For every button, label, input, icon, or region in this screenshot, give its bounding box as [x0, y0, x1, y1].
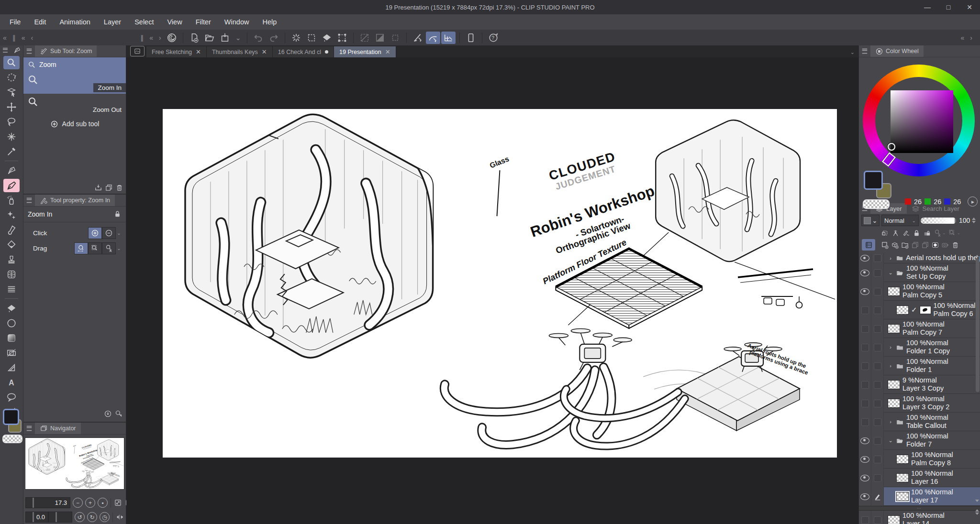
- layer-row-layer-17[interactable]: 100 %NormalLayer 17: [859, 487, 980, 506]
- sub-tool-item-zoom-out[interactable]: Zoom Out: [23, 94, 126, 116]
- menu-file[interactable]: File: [3, 14, 27, 30]
- layer-panel-splitter[interactable]: ⋯: [859, 506, 980, 511]
- collapse-right[interactable]: «: [958, 34, 968, 42]
- move-tool[interactable]: [3, 100, 20, 114]
- layer-thumbnail[interactable]: [896, 473, 909, 482]
- doc-tab-16-check-and-cl[interactable]: 16 Check And cl: [273, 46, 334, 57]
- expand-closed-icon[interactable]: ›: [888, 255, 893, 261]
- layer-thumbnail[interactable]: [888, 515, 900, 524]
- companion-mode-button[interactable]: [464, 32, 478, 44]
- layer-visible-eye-icon[interactable]: [860, 493, 869, 500]
- zoom-in-click-button[interactable]: [88, 227, 102, 239]
- layer-row-aerial-roots-hold-up-the-p[interactable]: ›Aerial roots hold up the p: [859, 253, 980, 263]
- toolbar-handle[interactable]: ∥: [137, 34, 146, 42]
- layer-row-palm-copy-6[interactable]: ✓100 %NormalPalm Copy 6: [859, 301, 980, 319]
- layer-select-checkbox[interactable]: [874, 456, 881, 463]
- scroll-down-icon[interactable]: [975, 513, 979, 515]
- layer-visible-eye-icon[interactable]: [860, 437, 869, 444]
- layer-visibility-toggle[interactable]: [861, 325, 869, 333]
- lock-icon[interactable]: [113, 210, 122, 218]
- select-area-button[interactable]: [304, 32, 319, 44]
- foreground-color-swatch[interactable]: [864, 171, 883, 190]
- zoom-out-click-button[interactable]: [102, 227, 116, 239]
- combine-layer-button[interactable]: [921, 241, 929, 249]
- layer-row-layer-14[interactable]: 100 %NormalLayer 14: [859, 511, 980, 524]
- layer-row-folder-1-copy[interactable]: ›100 %NormalFolder 1 Copy: [859, 338, 980, 357]
- layer-row-layer-3-copy[interactable]: 9 %NormalLayer 3 Copy: [859, 375, 980, 394]
- menu-view[interactable]: View: [160, 14, 189, 30]
- ruler-range-icon[interactable]: [948, 229, 957, 237]
- panel-menu-icon[interactable]: [23, 425, 35, 432]
- sub-tool-group-zoom[interactable]: Zoom: [23, 57, 126, 72]
- layer-visible-eye-icon[interactable]: [860, 456, 869, 463]
- snap-to-ruler-button[interactable]: [411, 32, 425, 44]
- toolbar-handle[interactable]: ∥: [10, 34, 19, 42]
- invert-selection-button[interactable]: [373, 32, 387, 44]
- expand-open-icon[interactable]: ⌄: [888, 437, 893, 444]
- close-button[interactable]: ✕: [959, 0, 980, 14]
- drag-no-zoom-button[interactable]: [102, 242, 116, 254]
- layer-visibility-toggle[interactable]: [861, 381, 869, 389]
- layer-select-checkbox[interactable]: [874, 288, 881, 295]
- expand-right[interactable]: ›: [156, 34, 164, 42]
- layer-visible-eye-icon[interactable]: [860, 475, 869, 481]
- layer-row-table-callout[interactable]: ›100 %NormalTable Callout: [859, 413, 980, 431]
- layer-visibility-toggle[interactable]: [861, 362, 869, 370]
- layer-row-palm-copy-7[interactable]: 100 %NormalPalm Copy 7: [859, 319, 980, 338]
- redo-button[interactable]: [267, 32, 281, 44]
- decoration-tool[interactable]: [3, 208, 20, 222]
- rotate-slider[interactable]: [48, 512, 72, 523]
- fit-to-screen-icon[interactable]: [114, 499, 122, 507]
- layer-thumbnail[interactable]: [888, 380, 900, 389]
- expand-closed-icon[interactable]: ›: [888, 419, 893, 425]
- collapse-palette-left[interactable]: ‹: [28, 34, 36, 42]
- snap-to-special-ruler-button[interactable]: [426, 32, 440, 44]
- gradient-tool[interactable]: [3, 331, 20, 345]
- saturation-value-square[interactable]: [891, 90, 953, 153]
- panel-menu-icon[interactable]: [3, 48, 8, 53]
- liquify-tool[interactable]: [3, 283, 20, 296]
- reference-layer-icon[interactable]: [891, 229, 900, 237]
- close-tab-icon[interactable]: ✕: [196, 48, 201, 55]
- flip-horizontal-icon[interactable]: [116, 513, 124, 521]
- layer-visibility-toggle[interactable]: [861, 344, 869, 351]
- csp-logo-button[interactable]: [165, 32, 179, 44]
- layer-visible-eye-icon[interactable]: [860, 255, 869, 262]
- ruler-tool[interactable]: [3, 361, 20, 374]
- save-file-button[interactable]: [218, 32, 232, 44]
- save-menu-arrow[interactable]: ⌄: [233, 34, 244, 42]
- tab-list-dropdown[interactable]: ⌄: [850, 49, 855, 55]
- panel-menu-icon[interactable]: [23, 197, 35, 204]
- layer-row-palm-copy-5[interactable]: 100 %NormalPalm Copy 5: [859, 282, 980, 301]
- layer-thumbnail[interactable]: [888, 324, 900, 333]
- register-initial-settings-icon[interactable]: [104, 410, 112, 418]
- eraser-tool[interactable]: [3, 238, 20, 251]
- maximize-button[interactable]: □: [938, 0, 959, 14]
- panel-menu-icon[interactable]: [23, 48, 35, 55]
- rotate-view-tool[interactable]: [3, 71, 20, 84]
- canvas-list-icon[interactable]: [130, 46, 145, 56]
- rotate-reset-button[interactable]: ◷: [100, 512, 110, 522]
- pen-tool[interactable]: [3, 164, 20, 177]
- layer-visibility-toggle[interactable]: [861, 400, 869, 407]
- rotate-ccw-button[interactable]: ↺: [75, 512, 85, 522]
- collapse-left[interactable]: «: [146, 34, 156, 42]
- clear-button[interactable]: [289, 32, 303, 44]
- close-tab-icon[interactable]: ✕: [385, 48, 390, 55]
- collapse-toolbar-left[interactable]: «: [0, 34, 10, 42]
- layer-row-folder-7[interactable]: ⌄100 %NormalFolder 7: [859, 431, 980, 450]
- zoom-100-button[interactable]: ▪: [98, 498, 108, 508]
- opacity-slider[interactable]: [921, 218, 956, 224]
- layer-select-checkbox[interactable]: [874, 254, 881, 262]
- zoom-out-button[interactable]: −: [73, 498, 83, 508]
- help-button[interactable]: ?: [486, 32, 501, 44]
- balloon-tool[interactable]: [3, 391, 20, 404]
- canvas[interactable]: [163, 109, 837, 458]
- layer-thumbnail[interactable]: [896, 492, 909, 501]
- doc-tab-free-sketching[interactable]: Free Sketching✕: [146, 46, 207, 57]
- sv-marker[interactable]: [888, 143, 895, 151]
- layer-row-layer-16[interactable]: 100 %NormalLayer 16: [859, 469, 980, 487]
- layer-row-set-up-copy[interactable]: ⌄100 %NormalSet Up Copy: [859, 263, 980, 282]
- layer-visibility-toggle[interactable]: [861, 516, 869, 524]
- menu-edit[interactable]: Edit: [27, 14, 53, 30]
